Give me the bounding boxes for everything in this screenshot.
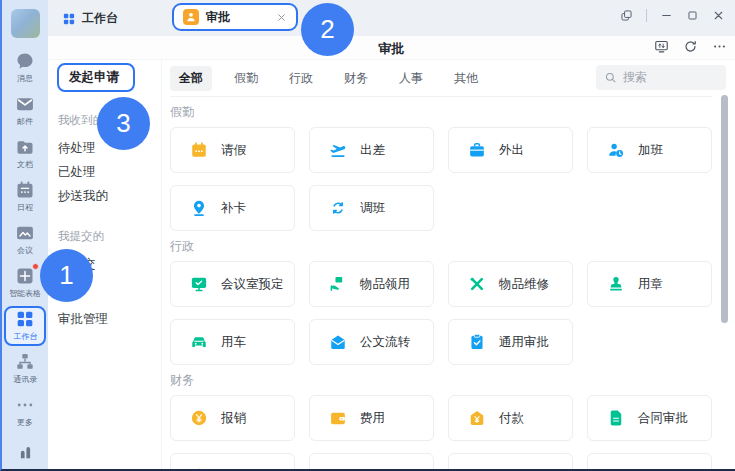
card-label: 物品维修 bbox=[499, 276, 549, 293]
sidebar-item[interactable]: 已处理 bbox=[57, 160, 161, 184]
filter-tab[interactable]: 全部 bbox=[170, 66, 212, 91]
filter-tab[interactable]: 人事 bbox=[390, 66, 432, 91]
rail-item-label: 邮件 bbox=[17, 116, 33, 127]
approval-type-card[interactable]: 补卡 bbox=[170, 185, 295, 231]
rail-item-mail[interactable]: 邮件 bbox=[4, 91, 46, 131]
card-label: 出差 bbox=[360, 142, 385, 159]
filter-tab[interactable]: 其他 bbox=[445, 66, 487, 91]
vertical-scrollbar[interactable] bbox=[721, 95, 728, 323]
approval-type-card[interactable]: 请假 bbox=[170, 127, 295, 173]
card-grid: 请假出差外出加班 bbox=[170, 127, 712, 173]
start-request-button[interactable]: 发起申请 bbox=[57, 63, 135, 92]
hand-box-icon bbox=[329, 275, 347, 293]
sidebar-item[interactable]: 抄送我的 bbox=[57, 184, 161, 208]
card-label: 付款 bbox=[499, 410, 524, 427]
coin-icon bbox=[190, 467, 208, 469]
grid-icon bbox=[62, 12, 76, 26]
tab-approval[interactable]: 审批 bbox=[172, 3, 298, 31]
maximize-icon[interactable] bbox=[686, 9, 699, 22]
approval-type-card[interactable]: 会议室预定 bbox=[170, 261, 295, 307]
approval-type-card[interactable] bbox=[170, 453, 295, 469]
stamp-icon bbox=[607, 275, 625, 293]
app-rail: 消息邮件文档日程会议智能表格工作台通讯录更多 bbox=[2, 0, 48, 469]
approval-type-card[interactable]: 费用 bbox=[309, 395, 434, 441]
rail-item-label: 消息 bbox=[17, 73, 33, 84]
rail-item-cal[interactable]: 日程 bbox=[4, 177, 46, 217]
approval-type-card[interactable] bbox=[309, 453, 434, 469]
briefcase-icon bbox=[468, 141, 486, 159]
approval-type-card[interactable]: 付款 bbox=[448, 395, 573, 441]
window-controls bbox=[620, 9, 725, 22]
annotation-circle-1: 1 bbox=[40, 249, 93, 302]
refresh-icon[interactable] bbox=[683, 39, 698, 54]
header-toolbar bbox=[654, 39, 727, 54]
approval-type-card[interactable]: 物品维修 bbox=[448, 261, 573, 307]
card-grid: 补卡调班 bbox=[170, 185, 712, 231]
tab-workbench[interactable]: 工作台 bbox=[62, 10, 118, 27]
wallet-icon bbox=[329, 409, 347, 427]
sections: 假勤请假出差外出加班补卡调班行政会议室预定物品领用物品维修用章用车公文流转通用审… bbox=[162, 97, 735, 469]
cal-leave-icon bbox=[190, 141, 208, 159]
tab-approval-label: 审批 bbox=[206, 9, 269, 26]
mail-open-icon bbox=[329, 333, 347, 351]
card-label: 调班 bbox=[360, 200, 385, 217]
card-label: 加班 bbox=[638, 142, 663, 159]
rail-item-meeting[interactable]: 会议 bbox=[4, 220, 46, 260]
rail-item-grid[interactable]: 工作台 bbox=[4, 306, 46, 346]
search-icon bbox=[604, 71, 617, 84]
bar-chart-icon[interactable] bbox=[17, 444, 34, 461]
approval-app-icon bbox=[183, 9, 199, 25]
sidebar-item-approval-admin[interactable]: 审批管理 bbox=[57, 307, 161, 331]
separator bbox=[646, 9, 647, 22]
wallet-icon bbox=[329, 467, 347, 469]
avatar[interactable] bbox=[11, 9, 40, 38]
rail-item-contacts[interactable]: 通讯录 bbox=[4, 349, 46, 389]
rail-item-label: 工作台 bbox=[13, 331, 37, 342]
meeting-icon bbox=[15, 223, 35, 243]
approval-type-card[interactable]: 外出 bbox=[448, 127, 573, 173]
filter-tab[interactable]: 假勤 bbox=[225, 66, 267, 91]
section-title: 财务 bbox=[170, 373, 712, 387]
approval-type-card[interactable]: 加班 bbox=[587, 127, 712, 173]
card-label: 合同审批 bbox=[638, 410, 688, 427]
car-icon bbox=[190, 333, 208, 351]
plane-icon bbox=[329, 141, 347, 159]
approval-type-card[interactable]: 物品领用 bbox=[309, 261, 434, 307]
approval-type-card[interactable]: 用车 bbox=[170, 319, 295, 365]
card-label: 费用 bbox=[360, 410, 385, 427]
approval-type-card[interactable]: 通用审批 bbox=[448, 319, 573, 365]
open-in-new-window-icon[interactable] bbox=[620, 9, 633, 22]
card-grid: 用车公文流转通用审批 bbox=[170, 319, 712, 365]
approval-type-card[interactable]: 报销 bbox=[170, 395, 295, 441]
card-label: 会议室预定 bbox=[221, 276, 284, 293]
tab-workbench-label: 工作台 bbox=[82, 10, 118, 27]
rail-item-label: 日程 bbox=[17, 202, 33, 213]
filter-tab[interactable]: 行政 bbox=[280, 66, 322, 91]
close-tab-icon[interactable] bbox=[276, 12, 287, 23]
approval-type-card[interactable] bbox=[448, 453, 573, 469]
section-title: 行政 bbox=[170, 239, 712, 253]
card-label: 补卡 bbox=[221, 200, 246, 217]
approval-type-card[interactable]: 公文流转 bbox=[309, 319, 434, 365]
panel-resize-icon[interactable] bbox=[654, 39, 669, 54]
minimize-icon[interactable] bbox=[660, 9, 673, 22]
section-title: 假勤 bbox=[170, 105, 712, 119]
card-label: 用车 bbox=[221, 334, 246, 351]
approval-type-card[interactable]: 合同审批 bbox=[587, 395, 712, 441]
wallet-icon bbox=[607, 467, 625, 469]
approval-type-card[interactable]: 用章 bbox=[587, 261, 712, 307]
filter-tab[interactable]: 财务 bbox=[335, 66, 377, 91]
close-window-icon[interactable] bbox=[712, 9, 725, 22]
approval-type-card[interactable]: 出差 bbox=[309, 127, 434, 173]
approval-type-card[interactable] bbox=[587, 453, 712, 469]
more-options-icon[interactable] bbox=[712, 39, 727, 54]
rail-item-doc[interactable]: 文档 bbox=[4, 134, 46, 174]
rail-item-label: 文档 bbox=[17, 159, 33, 170]
rail-item-more[interactable]: 更多 bbox=[4, 392, 46, 432]
approval-type-card[interactable]: 调班 bbox=[309, 185, 434, 231]
rail-item-chat[interactable]: 消息 bbox=[4, 48, 46, 88]
category-filter-bar: 全部假勤行政财务人事其他 搜索 bbox=[162, 60, 735, 96]
rail-item-label: 更多 bbox=[17, 417, 33, 428]
mail-icon bbox=[15, 94, 35, 114]
search-input[interactable]: 搜索 bbox=[596, 65, 726, 90]
